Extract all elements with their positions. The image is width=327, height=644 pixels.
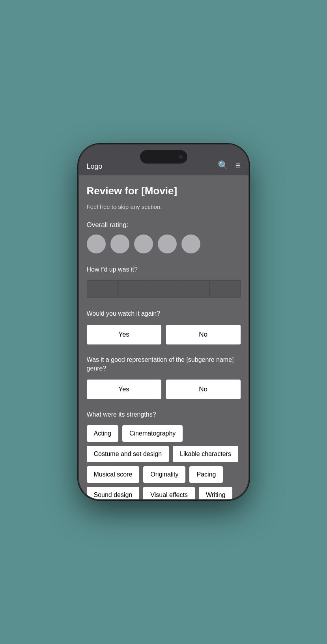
overall-rating-section: Overall rating: bbox=[87, 221, 241, 253]
scale-btn-1[interactable] bbox=[87, 281, 118, 297]
genre-no[interactable]: No bbox=[166, 380, 241, 399]
tag-pacing[interactable]: Pacing bbox=[189, 466, 223, 483]
watch-again-no[interactable]: No bbox=[166, 325, 241, 344]
star-1[interactable] bbox=[87, 235, 106, 253]
phone-frame: Logo 🔍 ≡ Review for [Movie] Feel free to… bbox=[79, 145, 249, 499]
tag-musical-score[interactable]: Musical score bbox=[87, 466, 140, 483]
tag-writing[interactable]: Writing bbox=[199, 487, 233, 499]
dynamic-island bbox=[140, 150, 187, 164]
star-rating-row bbox=[87, 235, 241, 253]
tag-acting[interactable]: Acting bbox=[87, 425, 118, 442]
tag-originality[interactable]: Originality bbox=[143, 466, 185, 483]
skip-hint: Feel free to skip any section. bbox=[87, 203, 241, 210]
fdup-section: How f'd up was it? bbox=[87, 265, 241, 298]
strengths-section: What were its strengths? ActingCinematog… bbox=[87, 410, 241, 499]
genre-yesno: Yes No bbox=[87, 380, 241, 399]
overall-rating-label: Overall rating: bbox=[87, 221, 241, 229]
search-icon[interactable]: 🔍 bbox=[218, 160, 228, 171]
menu-icon[interactable]: ≡ bbox=[235, 160, 241, 171]
tag-visual-effects[interactable]: Visual effects bbox=[143, 487, 195, 499]
strengths-label: What were its strengths? bbox=[87, 410, 241, 419]
screen: Logo 🔍 ≡ Review for [Movie] Feel free to… bbox=[79, 145, 249, 499]
content-area: Review for [Movie] Feel free to skip any… bbox=[79, 175, 249, 499]
tag-costume-and-set-design[interactable]: Costume and set design bbox=[87, 446, 169, 462]
watch-again-yesno: Yes No bbox=[87, 325, 241, 344]
scale-btn-3[interactable] bbox=[148, 281, 179, 297]
genre-question: Was it a good representation of the [sub… bbox=[87, 356, 241, 373]
scale-btn-5[interactable] bbox=[210, 281, 240, 297]
page-title: Review for [Movie] bbox=[87, 185, 241, 197]
star-2[interactable] bbox=[110, 235, 129, 253]
star-3[interactable] bbox=[134, 235, 153, 253]
scale-btn-4[interactable] bbox=[179, 281, 210, 297]
header-icons: 🔍 ≡ bbox=[218, 160, 241, 171]
tag-cinematography[interactable]: Cinematography bbox=[122, 425, 183, 442]
scale-btn-2[interactable] bbox=[118, 281, 148, 297]
watch-again-label: Would you watch it again? bbox=[87, 309, 241, 318]
star-5[interactable] bbox=[181, 235, 200, 253]
fdup-label: How f'd up was it? bbox=[87, 265, 241, 274]
tag-likable-characters[interactable]: Likable characters bbox=[173, 446, 238, 462]
watch-again-yes[interactable]: Yes bbox=[87, 325, 161, 344]
genre-yes[interactable]: Yes bbox=[87, 380, 161, 399]
watch-again-section: Would you watch it again? Yes No bbox=[87, 309, 241, 344]
tag-sound-design[interactable]: Sound design bbox=[87, 487, 140, 499]
camera bbox=[179, 155, 183, 159]
logo: Logo bbox=[87, 162, 218, 171]
genre-section: Was it a good representation of the [sub… bbox=[87, 356, 241, 399]
strengths-tags: ActingCinematographyCostume and set desi… bbox=[87, 425, 241, 499]
scale-row bbox=[87, 280, 241, 298]
star-4[interactable] bbox=[158, 235, 177, 253]
